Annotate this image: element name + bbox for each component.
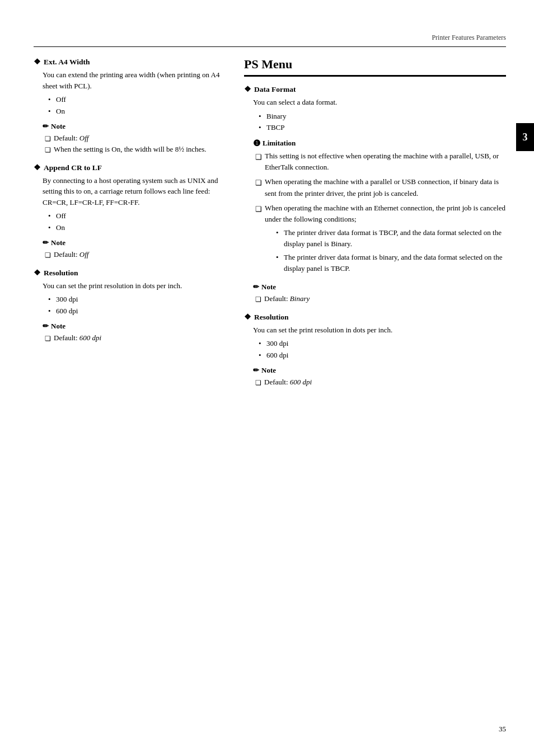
data-format-body: You can select a data format. Binary TBC…: [253, 97, 506, 134]
resolution-left-bullets: 300 dpi 600 dpi: [48, 294, 224, 317]
note-heading: ✏ Note: [253, 366, 506, 375]
note-heading: ✏ Note: [43, 238, 224, 247]
note-item: ❏ Default: 600 dpi: [45, 332, 224, 344]
resolution-left-note: ✏ Note ❏ Default: 600 dpi: [43, 322, 224, 344]
bullet-item: 300 dpi: [48, 294, 224, 306]
note-item: ❏ Default: Off: [45, 133, 224, 144]
checkbox-icon: ❏: [255, 378, 261, 388]
checkbox-icon: ❏: [45, 334, 51, 344]
limitation-sub-list: The printer driver data format is TBCP, …: [276, 227, 506, 275]
bullet-item: On: [48, 106, 224, 118]
note-item: ❏ Default: Binary: [255, 293, 506, 304]
bullet-item: 300 dpi: [259, 338, 506, 350]
section-data-format: ❖ Data Format You can select a data form…: [244, 84, 506, 304]
checkbox-icon: ❏: [45, 145, 51, 155]
page-header: Printer Features Parameters: [34, 34, 506, 47]
note-icon: ✏: [253, 283, 259, 292]
checkbox-icon: ❏: [255, 204, 262, 277]
bullet-item: 600 dpi: [48, 306, 224, 317]
section-ext-a4-width: ❖ Ext. A4 Width You can extend the print…: [34, 57, 224, 155]
ext-a4-width-heading: ❖ Ext. A4 Width: [34, 57, 224, 67]
resolution-right-body: You can set the print resolution in dots…: [253, 325, 506, 361]
bullet-item: On: [48, 222, 224, 234]
sub-list-item: The printer driver data format is TBCP, …: [276, 227, 506, 250]
bullet-item: TBCP: [259, 122, 506, 134]
limitation-heading: ❶ Limitation: [253, 138, 506, 148]
left-column: ❖ Ext. A4 Width You can extend the print…: [34, 57, 224, 396]
diamond-icon: ❖: [244, 312, 251, 322]
diamond-icon: ❖: [34, 163, 41, 172]
section-resolution-right: ❖ Resolution You can set the print resol…: [244, 312, 506, 388]
resolution-right-bullets: 300 dpi 600 dpi: [259, 338, 506, 361]
data-format-bullets: Binary TBCP: [259, 111, 506, 134]
checkbox-icon: ❏: [45, 134, 51, 144]
section-append-cr-to-lf: ❖ Append CR to LF By connecting to a hos…: [34, 163, 224, 260]
bullet-item: Binary: [259, 111, 506, 123]
note-item: ❏ Default: Off: [45, 249, 224, 260]
resolution-right-note: ✏ Note ❏ Default: 600 dpi: [253, 366, 506, 388]
note-icon: ✏: [43, 238, 49, 247]
bullet-item: Off: [48, 210, 224, 222]
note-heading: ✏ Note: [43, 322, 224, 331]
limitation-item: ❏ When operating the machine with a para…: [255, 176, 506, 199]
limitation-item: ❏ When operating the machine with an Eth…: [255, 203, 506, 277]
append-cr-note: ✏ Note ❏ Default: Off: [43, 238, 224, 260]
diamond-icon: ❖: [244, 84, 251, 94]
note-heading: ✏ Note: [253, 283, 506, 292]
diamond-icon: ❖: [34, 57, 41, 67]
note-icon: ✏: [43, 122, 49, 131]
ext-a4-width-body: You can extend the printing area width (…: [43, 69, 224, 118]
note-heading: ✏ Note: [43, 122, 224, 131]
note-icon: ✏: [43, 322, 49, 331]
checkbox-icon: ❏: [255, 294, 261, 304]
note-item: ❏ Default: 600 dpi: [255, 377, 506, 388]
right-column: PS Menu ❖ Data Format You can select a d…: [244, 57, 506, 396]
ext-a4-width-bullets: Off On: [48, 94, 224, 118]
checkbox-icon: ❏: [45, 250, 51, 260]
append-cr-heading: ❖ Append CR to LF: [34, 163, 224, 172]
limitation-block: ❶ Limitation ❏ This setting is not effec…: [253, 138, 506, 276]
note-item: ❏ When the setting is On, the width will…: [45, 144, 224, 155]
chapter-tab: 3: [516, 123, 534, 151]
diamond-icon: ❖: [34, 268, 41, 278]
resolution-left-heading: ❖ Resolution: [34, 268, 224, 278]
section-resolution-left: ❖ Resolution You can set the print resol…: [34, 268, 224, 344]
header-text: Printer Features Parameters: [432, 34, 506, 41]
ps-menu-title: PS Menu: [244, 57, 506, 77]
ext-a4-width-note: ✏ Note ❏ Default: Off ❏ When the setting…: [43, 122, 224, 155]
bullet-item: 600 dpi: [259, 350, 506, 361]
resolution-left-body: You can set the print resolution in dots…: [43, 280, 224, 317]
append-cr-body: By connecting to a host operating system…: [43, 175, 224, 234]
bullet-item: Off: [48, 94, 224, 106]
limitation-icon: ❶: [253, 138, 260, 148]
page: Printer Features Parameters 3 ❖ Ext. A4 …: [0, 0, 534, 756]
main-columns: ❖ Ext. A4 Width You can extend the print…: [34, 57, 506, 396]
resolution-right-heading: ❖ Resolution: [244, 312, 506, 322]
checkbox-icon: ❏: [255, 177, 262, 199]
data-format-note: ✏ Note ❏ Default: Binary: [253, 283, 506, 304]
append-cr-bullets: Off On: [48, 210, 224, 234]
page-number: 35: [499, 725, 506, 734]
data-format-heading: ❖ Data Format: [244, 84, 506, 94]
limitation-item: ❏ This setting is not effective when ope…: [255, 151, 506, 173]
checkbox-icon: ❏: [255, 152, 262, 173]
sub-list-item: The printer driver data format is binary…: [276, 252, 506, 274]
note-icon: ✏: [253, 366, 259, 375]
